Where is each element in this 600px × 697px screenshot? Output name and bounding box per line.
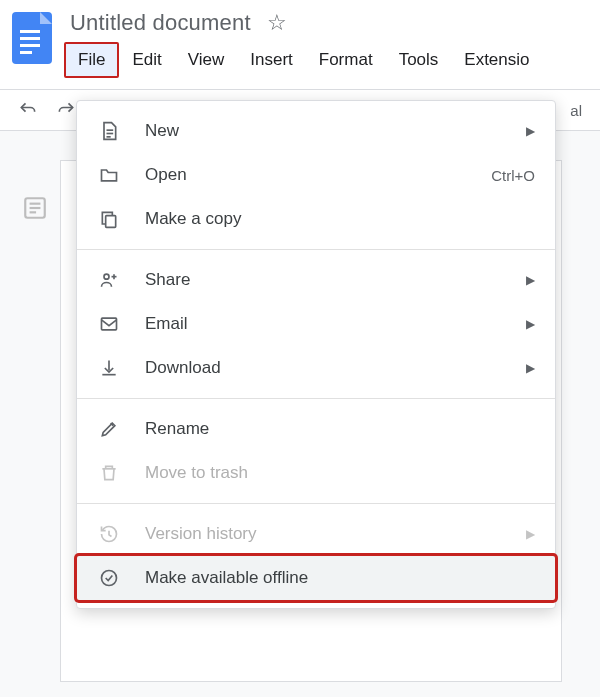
menu-separator <box>77 249 555 250</box>
document-outline-icon[interactable] <box>22 195 48 221</box>
file-menu-new-label: New <box>145 121 526 141</box>
redo-icon[interactable] <box>56 100 76 120</box>
file-menu-download[interactable]: Download ▶ <box>77 346 555 390</box>
menu-tools[interactable]: Tools <box>386 43 452 77</box>
offline-icon <box>95 568 123 588</box>
file-menu-offline-label: Make available offline <box>145 568 535 588</box>
file-menu-make-copy[interactable]: Make a copy <box>77 197 555 241</box>
file-menu-rename[interactable]: Rename <box>77 407 555 451</box>
file-menu-new[interactable]: New ▶ <box>77 109 555 153</box>
file-menu-move-to-trash: Move to trash <box>77 451 555 495</box>
file-menu-download-label: Download <box>145 358 526 378</box>
svg-rect-17 <box>102 318 117 330</box>
svg-point-18 <box>102 571 117 586</box>
menu-separator <box>77 398 555 399</box>
star-icon[interactable]: ☆ <box>267 12 287 34</box>
menu-separator <box>77 503 555 504</box>
file-menu-share[interactable]: Share ▶ <box>77 258 555 302</box>
file-menu-share-label: Share <box>145 270 526 290</box>
file-menu-email[interactable]: Email ▶ <box>77 302 555 346</box>
menu-edit[interactable]: Edit <box>119 43 174 77</box>
file-menu-dropdown: New ▶ Open Ctrl+O Make a copy Share ▶ Em… <box>76 100 556 609</box>
app-header: Untitled document ☆ File Edit View Inser… <box>0 0 600 90</box>
toolbar-truncated-text: al <box>570 102 582 119</box>
undo-icon[interactable] <box>18 100 38 120</box>
file-menu-open[interactable]: Open Ctrl+O <box>77 153 555 197</box>
svg-rect-5 <box>20 51 32 54</box>
new-document-icon <box>95 121 123 141</box>
copy-icon <box>95 209 123 229</box>
svg-rect-10 <box>107 129 114 131</box>
submenu-arrow-icon: ▶ <box>526 527 535 541</box>
submenu-arrow-icon: ▶ <box>526 273 535 287</box>
submenu-arrow-icon: ▶ <box>526 317 535 331</box>
file-menu-trash-label: Move to trash <box>145 463 535 483</box>
menu-extensions[interactable]: Extensio <box>451 43 542 77</box>
file-menu-open-shortcut: Ctrl+O <box>491 167 535 184</box>
file-menu-version-history: Version history ▶ <box>77 512 555 556</box>
svg-point-14 <box>104 274 109 279</box>
svg-rect-2 <box>20 30 40 33</box>
submenu-arrow-icon: ▶ <box>526 124 535 138</box>
email-icon <box>95 314 123 334</box>
svg-rect-13 <box>106 216 116 228</box>
file-menu-rename-label: Rename <box>145 419 535 439</box>
download-icon <box>95 358 123 378</box>
menu-file[interactable]: File <box>64 42 119 78</box>
document-title[interactable]: Untitled document <box>70 10 251 36</box>
file-menu-email-label: Email <box>145 314 526 334</box>
share-icon <box>95 270 123 290</box>
trash-icon <box>95 463 123 483</box>
svg-rect-12 <box>107 136 111 138</box>
history-icon <box>95 524 123 544</box>
file-menu-open-label: Open <box>145 165 491 185</box>
menu-insert[interactable]: Insert <box>237 43 306 77</box>
svg-rect-3 <box>20 37 40 40</box>
submenu-arrow-icon: ▶ <box>526 361 535 375</box>
menu-view[interactable]: View <box>175 43 238 77</box>
svg-rect-11 <box>107 133 114 135</box>
file-menu-make-copy-label: Make a copy <box>145 209 535 229</box>
menu-format[interactable]: Format <box>306 43 386 77</box>
folder-icon <box>95 165 123 185</box>
rename-icon <box>95 419 123 439</box>
docs-logo[interactable] <box>8 6 56 72</box>
file-menu-make-available-offline[interactable]: Make available offline <box>77 556 555 600</box>
svg-rect-4 <box>20 44 40 47</box>
file-menu-version-history-label: Version history <box>145 524 526 544</box>
menubar: File Edit View Insert Format Tools Exten… <box>56 36 592 84</box>
